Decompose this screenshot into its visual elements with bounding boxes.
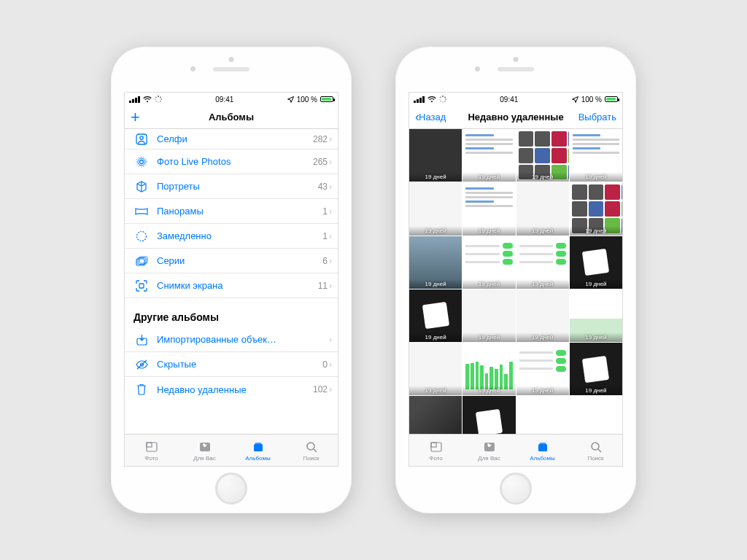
svg-rect-17 <box>139 284 144 288</box>
album-row-pano[interactable]: Панорамы 1 › <box>125 199 338 224</box>
photo-thumbnail[interactable]: 19 дней <box>409 129 462 182</box>
foryou-tab-icon <box>483 440 496 454</box>
chevron-right-icon: › <box>329 157 332 167</box>
days-remaining-label: 19 дней <box>516 172 569 182</box>
album-row-hidden[interactable]: Скрытые 0 › <box>125 352 338 377</box>
wifi-icon <box>427 96 436 103</box>
tab-label: Фото <box>429 455 442 462</box>
albums-tab-icon <box>536 440 549 454</box>
photo-thumbnail[interactable]: 19 дней <box>409 343 462 395</box>
days-remaining-label: 19 дней <box>570 226 622 236</box>
panorama-icon <box>133 207 150 216</box>
chevron-right-icon: › <box>329 134 332 144</box>
row-label: Серии <box>150 255 322 266</box>
svg-point-3 <box>160 101 160 101</box>
svg-point-28 <box>442 96 444 97</box>
photo-thumbnail[interactable]: 19 дней <box>462 236 515 289</box>
nav-title: Недавно удаленные <box>468 112 563 122</box>
photo-thumbnail[interactable]: 19 дней <box>570 236 622 289</box>
svg-rect-22 <box>147 443 152 447</box>
photo-thumbnail[interactable]: 19 дней <box>570 343 622 395</box>
chevron-right-icon: › <box>329 231 332 241</box>
svg-point-31 <box>444 101 445 101</box>
tab-search[interactable]: Поиск <box>569 435 622 466</box>
photo-thumbnail[interactable]: 19 дней <box>516 343 569 395</box>
album-row-burst[interactable]: Серии 6 › <box>125 249 338 273</box>
row-label: Недавно удаленные <box>150 384 313 395</box>
photo-thumbnail[interactable]: 19 дней <box>570 289 622 342</box>
chevron-right-icon: › <box>329 256 332 266</box>
svg-rect-37 <box>431 443 436 447</box>
svg-point-34 <box>439 98 440 99</box>
photo-thumbnail[interactable]: 19 дней <box>462 289 515 342</box>
album-row-live[interactable]: Фото Live Photos 265 › <box>125 149 338 174</box>
svg-point-5 <box>155 101 156 101</box>
album-row-screenshots[interactable]: Снимки экрана 11 › <box>125 273 338 298</box>
wifi-icon <box>143 96 152 103</box>
tab-albums[interactable]: Альбомы <box>231 435 285 466</box>
svg-point-33 <box>440 101 441 101</box>
tab-albums[interactable]: Альбомы <box>516 435 569 466</box>
photo-thumbnail[interactable]: 19 дней <box>462 129 515 182</box>
row-count: 6 <box>322 256 328 266</box>
days-remaining-label: 19 дней <box>570 332 622 342</box>
photo-thumbnail[interactable]: 19 дней <box>570 182 622 235</box>
photo-thumbnail[interactable]: 19 дней <box>409 289 462 342</box>
screen-right: 09:41 100 % ‹Назад Недавно удаленные Выб… <box>409 92 623 467</box>
album-row-imported[interactable]: Импортированные объек… › <box>125 327 338 352</box>
tab-foryou[interactable]: Для Вас <box>178 435 231 466</box>
hidden-icon <box>133 359 150 370</box>
album-row-selfie[interactable]: Селфи 282 › <box>125 129 338 149</box>
search-tab-icon <box>305 440 318 454</box>
row-count: 43 <box>318 182 328 192</box>
empty-cell <box>570 396 622 434</box>
svg-point-10 <box>140 160 144 163</box>
photo-thumbnail[interactable]: 19 дней <box>516 129 569 182</box>
photo-thumbnail[interactable]: 19 дней <box>516 182 569 235</box>
days-remaining-label: 19 дней <box>409 279 462 289</box>
album-list[interactable]: Селфи 282 › Фото Live Photos 265 › Портр… <box>125 129 338 434</box>
front-camera <box>475 66 480 71</box>
album-row-deleted[interactable]: Недавно удаленные 102 › <box>125 377 338 402</box>
status-bar: 09:41 100 % <box>125 93 338 106</box>
album-row-portraits[interactable]: Портреты 43 › <box>125 174 338 199</box>
svg-point-41 <box>592 443 599 450</box>
svg-point-32 <box>442 101 443 102</box>
photo-thumbnail[interactable]: 19 дней <box>570 129 622 182</box>
home-button[interactable] <box>500 472 532 505</box>
svg-point-6 <box>155 98 155 99</box>
phone-right: 09:41 100 % ‹Назад Недавно удаленные Выб… <box>395 47 636 513</box>
chevron-right-icon: › <box>329 359 332 370</box>
photo-thumbnail[interactable]: 19 дней <box>462 396 515 434</box>
tab-photos[interactable]: Фото <box>409 435 462 466</box>
tab-search[interactable]: Поиск <box>285 435 338 466</box>
days-remaining-label: 19 дней <box>516 279 569 289</box>
album-row-slomo[interactable]: Замедленно 1 › <box>125 224 338 249</box>
tab-photos[interactable]: Фото <box>125 435 178 466</box>
tab-bar: Фото Для Вас Альбомы Поиск <box>125 434 338 466</box>
home-button[interactable] <box>215 472 247 505</box>
tab-label: Альбомы <box>530 455 554 462</box>
row-count: 282 <box>313 134 328 144</box>
add-button[interactable]: + <box>131 109 140 125</box>
photo-thumbnail[interactable]: 19 дней <box>516 289 569 342</box>
chevron-right-icon: › <box>329 182 332 192</box>
days-remaining-label: 19 дней <box>409 226 462 236</box>
svg-point-35 <box>440 97 441 98</box>
screen-left: 09:41 100 % + Альбомы Селфи 282 › <box>124 92 338 467</box>
svg-point-1 <box>160 96 161 98</box>
photo-thumbnail[interactable]: 19 дней <box>462 343 515 395</box>
photo-thumbnail[interactable]: 19 дней <box>409 236 462 289</box>
tab-foryou[interactable]: Для Вас <box>462 435 516 466</box>
photo-thumbnail[interactable]: 19 дней <box>409 396 462 434</box>
back-button[interactable]: ‹Назад <box>415 109 446 125</box>
select-button[interactable]: Выбрать <box>578 112 616 122</box>
photo-thumbnail[interactable]: 19 дней <box>462 182 515 235</box>
svg-point-4 <box>158 101 158 102</box>
deleted-grid[interactable]: 19 дней19 дней19 дней19 дней19 дней19 дн… <box>409 129 622 434</box>
front-camera <box>190 66 196 71</box>
row-count: 1 <box>322 206 328 217</box>
photo-thumbnail[interactable]: 19 дней <box>409 182 462 235</box>
photo-thumbnail[interactable]: 19 дней <box>516 236 569 289</box>
status-time: 09:41 <box>500 96 518 104</box>
